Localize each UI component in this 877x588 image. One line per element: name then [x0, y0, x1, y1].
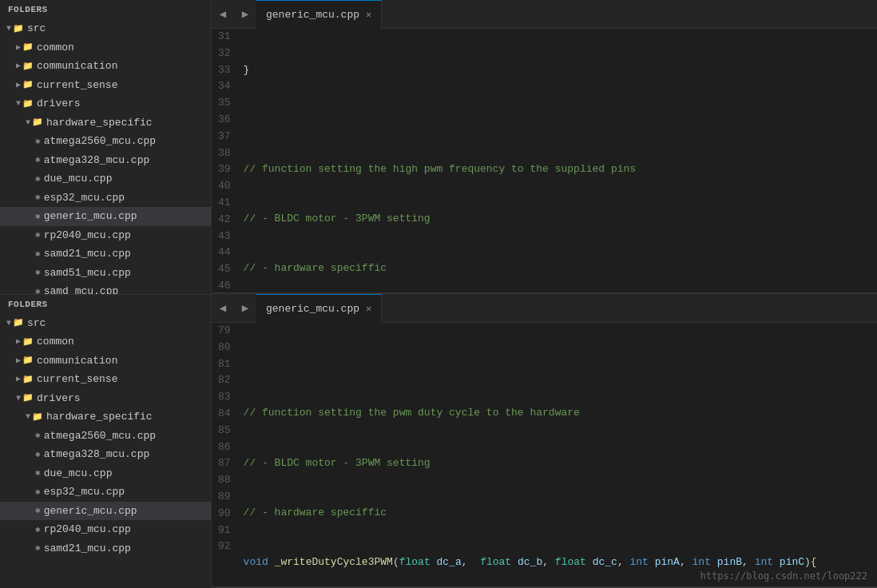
tree-item-label: atmega328_mcu.cpp: [44, 447, 150, 463]
folder-icon: 📁: [22, 373, 34, 387]
tree-item[interactable]: ✱ atmega328_mcu.cpp: [0, 445, 211, 464]
expand-icon: ▶: [16, 42, 21, 54]
code-line: // function setting the high pwm frequen…: [244, 161, 877, 178]
tree-item[interactable]: ✱ samd21_mcu.cpp: [0, 244, 211, 264]
tree-item[interactable]: ▼ 📁 drivers: [0, 389, 211, 408]
bottom-tab[interactable]: generic_mcu.cpp ✕: [256, 294, 382, 323]
tree-item[interactable]: ▼ 📁 src: [0, 314, 211, 333]
bottom-code-content: // function setting the pwm duty cycle t…: [240, 323, 877, 586]
tree-item[interactable]: ✱ rp2040_mcu.cpp: [0, 520, 211, 539]
bottom-file-tree: ▼ 📁 src ▶ 📁 common ▶ 📁 communication ▶ 📁…: [0, 314, 211, 589]
tree-item[interactable]: ✱ atmega2560_mcu.cpp: [0, 427, 211, 446]
tree-item-label: communication: [37, 58, 117, 74]
bottom-code-container[interactable]: 79 80 81 82 83 84 85 86 87 88 89 90 91 9…: [212, 323, 877, 586]
folder-icon: 📁: [22, 60, 34, 74]
tree-item[interactable]: ✱ rp2040_mcu.cpp: [0, 226, 211, 245]
expand-icon: ▼: [6, 22, 11, 34]
top-section-header: FOLDERS: [0, 0, 211, 19]
tree-item[interactable]: ✱ atmega328_mcu.cpp: [0, 151, 211, 170]
tree-item-label: current_sense: [37, 77, 117, 93]
tree-item-label: atmega328_mcu.cpp: [44, 153, 150, 169]
sidebar: FOLDERS ▼ 📁 src ▶ 📁 common ▶ 📁 communica…: [0, 0, 212, 588]
file-icon: ✱: [35, 228, 41, 242]
tree-item-label: src: [27, 316, 46, 332]
file-icon: ✱: [35, 248, 41, 261]
tree-item[interactable]: ▶ 📁 communication: [0, 57, 211, 76]
top-tab[interactable]: generic_mcu.cpp ✕: [256, 0, 382, 29]
tree-item[interactable]: ▶ 📁 common: [0, 332, 211, 352]
tree-item-label: generic_mcu.cpp: [44, 503, 137, 519]
tree-item-label: drivers: [37, 96, 81, 112]
expand-icon: ▶: [16, 373, 21, 385]
tree-item-label: hardware_specific: [46, 115, 153, 131]
tree-item-label: samd51_mcu.cpp: [44, 265, 131, 281]
tree-item-label: atmega2560_mcu.cpp: [44, 428, 156, 444]
tree-item[interactable]: ✱ samd_mcu.cpp: [0, 282, 211, 294]
tree-item-label: generic_mcu.cpp: [44, 209, 137, 224]
code-line: [244, 112, 877, 128]
tree-item[interactable]: ▼ 📁 drivers: [0, 94, 211, 113]
top-tab-bar: ◀ ▶ generic_mcu.cpp ✕: [212, 0, 877, 29]
top-code-container[interactable]: 31 32 33 34 35 36 37 38 39 40 41 42 43 4…: [212, 29, 877, 292]
tree-item-label: rp2040_mcu.cpp: [44, 228, 131, 244]
bottom-line-numbers: 79 80 81 82 83 84 85 86 87 88 89 90 91 9…: [212, 323, 240, 586]
tree-item[interactable]: ✱ samd51_mcu.cpp: [0, 264, 211, 283]
expand-icon: ▼: [6, 317, 11, 329]
tree-item-label: samd21_mcu.cpp: [44, 246, 131, 262]
code-line: // - hardware speciffic: [244, 260, 877, 277]
expand-icon: ▶: [16, 79, 21, 91]
tree-item[interactable]: ✱ esp32_mcu.cpp: [0, 189, 211, 208]
tree-item-active[interactable]: ✱ generic_mcu.cpp: [0, 207, 211, 226]
expand-icon: ▶: [16, 60, 21, 72]
file-icon: ✱: [35, 191, 41, 205]
editor-area: ◀ ▶ generic_mcu.cpp ✕ 31 32 33 34 35 36 …: [212, 0, 877, 588]
file-icon: ✱: [35, 467, 41, 480]
tree-item[interactable]: ▼ 📁 hardware_specific: [0, 113, 211, 133]
top-nav-prev[interactable]: ◀: [212, 0, 234, 29]
tree-item[interactable]: ✱ due_mcu.cpp: [0, 464, 211, 483]
top-nav-next[interactable]: ▶: [234, 0, 256, 29]
tree-item[interactable]: ✱ atmega2560_mcu.cpp: [0, 132, 211, 151]
bottom-folder-section: FOLDERS ▼ 📁 src ▶ 📁 common ▶ 📁 communica…: [0, 294, 211, 589]
folder-icon: 📁: [22, 41, 34, 54]
tree-item[interactable]: ✱ esp32_mcu.cpp: [0, 483, 211, 502]
file-icon: ✱: [35, 266, 41, 280]
tree-item[interactable]: ▶ 📁 current_sense: [0, 370, 211, 389]
tree-item-label: due_mcu.cpp: [44, 171, 113, 187]
folder-icon: 📁: [22, 391, 34, 405]
folder-icon: 📁: [22, 336, 34, 349]
file-icon: ✱: [35, 523, 41, 537]
tree-item-label: esp32_mcu.cpp: [44, 190, 125, 206]
tree-item[interactable]: ▶ 📁 communication: [0, 352, 211, 371]
expand-icon: ▶: [16, 336, 21, 348]
code-line: // - BLDC motor - 3PWM setting: [244, 211, 877, 228]
code-line: // - BLDC motor - 3PWM setting: [244, 455, 877, 472]
file-icon: ✱: [35, 486, 41, 499]
expand-icon: ▶: [16, 355, 21, 367]
file-icon: ✱: [35, 153, 41, 167]
bottom-tab-close[interactable]: ✕: [366, 303, 371, 315]
bottom-tab-label: generic_mcu.cpp: [266, 303, 359, 315]
tree-item[interactable]: ✱ due_mcu.cpp: [0, 169, 211, 189]
file-icon: ✱: [35, 542, 41, 555]
folder-icon: 📁: [22, 97, 34, 111]
folder-icon: 📁: [13, 22, 24, 36]
file-icon: ✱: [35, 285, 41, 294]
tree-item-label: common: [37, 334, 74, 350]
bottom-nav-prev[interactable]: ◀: [212, 294, 234, 323]
tree-item[interactable]: ▶ 📁 common: [0, 38, 211, 58]
tree-item[interactable]: ✱ samd21_mcu.cpp: [0, 539, 211, 558]
expand-icon: ▼: [16, 97, 21, 109]
file-icon: ✱: [35, 210, 41, 224]
tree-item-label: samd_mcu.cpp: [44, 284, 119, 294]
tree-item[interactable]: ▼ 📁 src: [0, 19, 211, 38]
tree-item-label: samd21_mcu.cpp: [44, 541, 131, 557]
tree-item-label: src: [27, 21, 46, 37]
bottom-nav-next[interactable]: ▶: [234, 294, 256, 323]
tree-item-active[interactable]: ✱ generic_mcu.cpp: [0, 502, 211, 521]
tree-item[interactable]: ▶ 📁 current_sense: [0, 76, 211, 95]
top-tab-close[interactable]: ✕: [366, 9, 371, 21]
tree-item[interactable]: ▼ 📁 hardware_specific: [0, 407, 211, 427]
tree-item-label: current_sense: [37, 371, 117, 387]
file-icon: ✱: [35, 173, 41, 186]
